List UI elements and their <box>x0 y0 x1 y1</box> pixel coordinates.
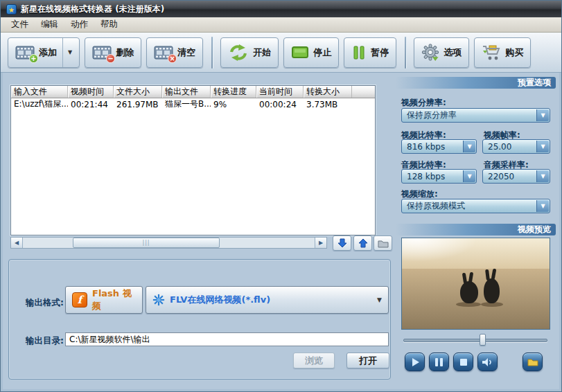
add-dropdown-arrow-icon[interactable]: ▼ <box>62 38 72 67</box>
clear-button[interactable]: × 清空 <box>146 37 203 68</box>
shopping-cart-icon <box>482 44 501 61</box>
stop-screen-icon <box>291 45 309 60</box>
minus-badge-icon: − <box>106 54 115 63</box>
open-output-folder-button[interactable] <box>374 235 392 251</box>
move-up-button[interactable] <box>353 235 372 251</box>
stop-icon <box>460 359 467 366</box>
flv-star-icon <box>152 294 165 306</box>
toolbar-separator <box>405 37 406 69</box>
format-category-value: Flash 视频 <box>92 287 136 312</box>
framerate-caret-icon[interactable]: ▼ <box>536 141 549 152</box>
col-current-time[interactable]: 当前时间 <box>256 86 304 98</box>
col-progress[interactable]: 转换进度 <box>211 86 256 98</box>
open-media-file-button[interactable] <box>523 353 543 371</box>
stop-button[interactable]: 停止 <box>283 37 339 68</box>
output-dir-input[interactable] <box>65 332 389 346</box>
audio-bitrate-caret-icon[interactable]: ▼ <box>463 170 475 182</box>
menu-bar: 文件 编辑 动作 帮助 <box>1 17 561 33</box>
options-button[interactable]: 选项 <box>414 37 469 68</box>
samplerate-value: 22050 <box>488 172 514 181</box>
sun-glow <box>402 238 478 262</box>
scrollbar-thumb[interactable]: ||| <box>73 238 220 248</box>
cell-video-time: 00:21:44 <box>68 100 114 109</box>
remove-button-label: 删除 <box>116 46 134 59</box>
add-button[interactable]: + 添加 ▼ <box>8 37 80 68</box>
format-category-combo[interactable]: f Flash 视频 <box>65 286 143 314</box>
col-file-size[interactable]: 文件大小 <box>114 86 162 98</box>
presets-section-header: 预置选项 <box>396 77 556 89</box>
framerate-dropdown[interactable]: 25.00 ▼ <box>482 139 550 154</box>
browse-button[interactable]: 浏览 <box>293 353 335 368</box>
toolbar-separator <box>211 37 213 69</box>
video-bitrate-value: 816 kbps <box>407 142 445 152</box>
scrollbar-track[interactable]: ||| <box>23 238 315 248</box>
options-button-label: 选项 <box>444 46 462 59</box>
start-button[interactable]: 开始 <box>220 37 279 68</box>
cell-input-file: E:\uzzf\猫屎... <box>11 98 68 110</box>
col-converted-size[interactable]: 转换大小 <box>304 86 352 98</box>
video-preview[interactable] <box>401 238 550 330</box>
cell-file-size: 261.97MB <box>114 100 162 109</box>
col-input-file[interactable]: 输入文件 <box>11 86 68 98</box>
samplerate-dropdown[interactable]: 22050 ▼ <box>482 169 550 184</box>
folder-icon <box>378 239 389 248</box>
output-format-label: 输出格式: <box>26 297 64 309</box>
stop-button-label: 停止 <box>313 46 331 59</box>
cell-output-file: 猫屎一号B... <box>162 98 211 110</box>
app-window: ★ 新星在线视频格式转换器 (未注册版本) 文件 编辑 动作 帮助 + 添加 ▼… <box>0 0 562 392</box>
cell-current-time: 00:00:24 <box>256 100 304 109</box>
audio-bitrate-dropdown[interactable]: 128 kbps ▼ <box>401 169 477 184</box>
flash-f-icon: f <box>72 292 87 308</box>
resolution-label: 视频分辨率: <box>401 97 446 109</box>
menu-action[interactable]: 动作 <box>64 17 94 32</box>
menu-help[interactable]: 帮助 <box>94 17 124 32</box>
format-value-text: FLV在线网络视频(*.flv) <box>170 294 270 306</box>
video-bitrate-dropdown[interactable]: 816 kbps ▼ <box>401 139 477 154</box>
resolution-caret-icon[interactable]: ▼ <box>536 109 549 121</box>
format-combo-caret-icon[interactable]: ▼ <box>377 296 382 303</box>
pause-playback-button[interactable] <box>429 353 449 371</box>
seek-slider-track[interactable] <box>403 339 547 342</box>
speaker-icon <box>482 357 493 367</box>
cell-converted-size: 3.73MB <box>304 100 352 109</box>
menu-file[interactable]: 文件 <box>5 17 35 32</box>
video-bitrate-caret-icon[interactable]: ▼ <box>463 141 475 152</box>
seek-slider-thumb[interactable] <box>480 334 486 346</box>
pause-bars-icon <box>351 45 367 60</box>
gear-icon <box>421 44 439 61</box>
pause-icon <box>435 358 443 366</box>
move-down-button[interactable] <box>333 235 351 251</box>
film-remove-icon: − <box>92 45 112 60</box>
title-bar[interactable]: ★ 新星在线视频格式转换器 (未注册版本) <box>1 1 561 17</box>
play-icon <box>412 358 419 366</box>
star-icon: ★ <box>8 6 15 14</box>
buy-button[interactable]: 购买 <box>474 37 531 68</box>
scroll-right-icon[interactable]: ▶ <box>315 238 326 248</box>
scroll-left-icon[interactable]: ◀ <box>11 238 23 248</box>
scale-dropdown[interactable]: 保持原视频模式 ▼ <box>401 199 550 213</box>
menu-edit[interactable]: 编辑 <box>35 17 64 32</box>
open-button[interactable]: 打开 <box>346 353 389 368</box>
scale-caret-icon[interactable]: ▼ <box>536 200 549 212</box>
film-clear-icon: × <box>154 45 173 60</box>
stop-playback-button[interactable] <box>453 353 473 371</box>
cross-badge-icon: × <box>168 54 177 63</box>
play-button[interactable] <box>405 353 425 371</box>
table-row[interactable]: E:\uzzf\猫屎... 00:21:44 261.97MB 猫屎一号B...… <box>11 98 375 110</box>
col-video-time[interactable]: 视频时间 <box>68 86 114 98</box>
clear-button-label: 清空 <box>177 46 195 59</box>
resolution-dropdown[interactable]: 保持原分辨率 ▼ <box>401 108 550 123</box>
arrow-down-icon <box>337 238 347 248</box>
file-table: 输入文件 视频时间 文件大小 输出文件 转换进度 当前时间 转换大小 E:\uz… <box>10 85 376 235</box>
film-add-icon: + <box>15 45 35 60</box>
samplerate-caret-icon[interactable]: ▼ <box>536 170 549 182</box>
volume-button[interactable] <box>477 353 498 371</box>
pause-button-label: 暂停 <box>371 46 389 59</box>
format-value-combo[interactable]: FLV在线网络视频(*.flv) ▼ <box>146 286 389 314</box>
horizontal-scrollbar[interactable]: ◀ ||| ▶ <box>10 237 327 249</box>
app-icon: ★ <box>6 4 17 15</box>
pause-button[interactable]: 暂停 <box>344 37 396 68</box>
audio-bitrate-value: 128 kbps <box>407 172 445 181</box>
col-output-file[interactable]: 输出文件 <box>162 86 211 98</box>
remove-button[interactable]: − 删除 <box>85 37 141 68</box>
